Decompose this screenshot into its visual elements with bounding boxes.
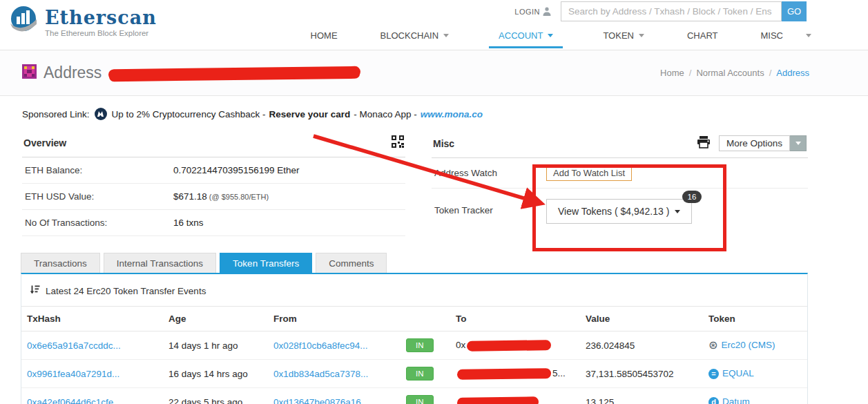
breadcrumb: Home/Normal Accounts/Address [660,68,809,78]
token-transfers-panel: Latest 24 Erc20 Token Transfer Events Tx… [21,273,808,404]
tx-count-value: 16 txns [173,218,204,228]
top-bar: Etherscan The Ethereum Block Explorer LO… [0,0,868,50]
chevron-down-icon [443,34,449,37]
overview-title: Overview [23,137,66,148]
sponsored-text: Up to 2% Cryptocurrency Cashback - [112,109,266,119]
tab-bar: Transactions Internal Transactions Token… [21,253,868,273]
datum-token-icon: d [708,397,719,404]
age-cell: 22 days 5 hrs ago [163,388,268,404]
logo-tagline: The Ethereum Block Explorer [45,29,157,37]
address-watch-row: Address Watch Add To Watch List [432,158,808,189]
from-address-link[interactable]: 0x1db834ad5ca7378... [273,369,368,379]
chevron-down-icon [675,210,680,213]
add-to-watch-list-button[interactable]: Add To Watch List [546,165,632,181]
tab-token-transfers[interactable]: Token Transfers [220,253,312,273]
token-tracker-row: Token Tracker View Tokens ( $4,942.13 ) … [432,189,808,231]
address-watch-label: Address Watch [434,168,546,178]
eth-balance-row: ETH Balance: 0.702214470395156199 Ether [22,157,405,184]
txhash-link[interactable]: 0x6e65a916a7ccddc... [27,340,121,351]
direction-badge: IN [406,338,434,352]
erc20-token-icon: ⊛ [708,340,717,351]
overview-panel: Overview ETH Balance: 0.7022144703951561… [22,131,405,236]
nav-token[interactable]: TOKEN [600,26,647,48]
token-tracker-label: Token Tracker [434,205,546,215]
from-address-link[interactable]: 0xd13647be0876a16 [273,397,361,404]
more-options-caret[interactable] [790,135,807,151]
misc-title: Misc [433,138,454,149]
person-icon[interactable] [543,7,551,17]
sponsored-bold: Reserve your card [269,109,350,119]
token-transfers-table: TxHash Age From To Value Token 0x6e65a91… [21,306,807,404]
value-cell: 13.125 [580,388,703,404]
page-title: Address [22,64,360,82]
redaction-scribble-address [108,66,360,79]
nav-blockchain[interactable]: BLOCKCHAIN [378,26,452,48]
txhash-link[interactable]: 0xa42ef0644d6c1cfe [27,397,113,404]
nav-misc[interactable]: MISC [758,26,815,48]
go-button[interactable]: GO [782,1,807,21]
tab-transactions[interactable]: Transactions [21,253,100,273]
breadcrumb-normal-accounts[interactable]: Normal Accounts [696,68,764,78]
logo-title: Etherscan [45,8,157,27]
age-cell: 14 days 1 hr ago [163,331,268,360]
chevron-down-icon [806,34,811,37]
address-identicon [22,64,37,81]
sort-amount-icon [30,285,40,297]
equal-token-icon: = [708,369,719,379]
token-link[interactable]: Erc20 (CMS) [721,340,775,350]
nav-home[interactable]: HOME [308,26,340,48]
col-age: Age [163,307,268,331]
eth-balance-label: ETH Balance: [25,165,173,175]
table-row: 0x6e65a916a7ccddc... 14 days 1 hr ago 0x… [21,331,807,360]
token-link[interactable]: Datum [722,396,750,404]
col-value: Value [580,307,703,331]
redaction-scribble-to [457,396,539,404]
from-address-link[interactable]: 0x028f10cb6a8fec94... [273,340,368,351]
col-txhash: TxHash [21,307,163,331]
main-nav: HOME BLOCKCHAIN ACCOUNT TOKEN CHART MISC [271,26,868,48]
more-options-button[interactable]: More Options [719,135,807,151]
txhash-link[interactable]: 0x9961fea40a7291d... [27,369,119,379]
nav-account[interactable]: ACCOUNT [489,26,563,48]
eth-usd-row: ETH USD Value: $671.18(@ $955.80/ETH) [22,184,405,210]
view-tokens-dropdown[interactable]: View Tokens ( $4,942.13 ) [546,199,692,224]
breadcrumb-home[interactable]: Home [660,68,684,78]
search-input[interactable] [561,1,782,21]
redaction-scribble-to [467,340,551,352]
qr-code-icon[interactable] [392,135,404,151]
misc-panel: Misc More Options [432,131,808,236]
sponsored-link-bar: Sponsored Link: Up to 2% Cryptocurrency … [22,108,868,120]
age-cell: 16 days 14 hrs ago [163,360,268,388]
direction-badge: IN [406,367,434,381]
eth-usd-label: ETH USD Value: [25,191,173,202]
sponsored-url-link[interactable]: www.mona.co [421,109,483,119]
sponsored-prefix: Sponsored Link: [22,109,90,119]
token-count-badge: 16 [682,191,702,203]
table-row: 0xa42ef0644d6c1cfe 22 days 5 hrs ago 0xd… [21,388,807,404]
login-link[interactable]: LOGIN [514,8,540,16]
value-cell: 37,131.58505453702 [580,360,703,388]
col-token: Token [703,307,807,331]
etherscan-logo-icon [8,5,39,38]
eth-rate-note: (@ $955.80/ETH) [209,193,269,201]
sponsored-after: - Monaco App - [354,109,417,119]
logo[interactable]: Etherscan The Ethereum Block Explorer [0,0,157,50]
tab-internal-transactions[interactable]: Internal Transactions [104,253,216,273]
page-header-band: Address Home/Normal Accounts/Address [0,50,868,96]
tab-comments[interactable]: Comments [316,253,387,273]
col-to: To [450,307,580,331]
etherscan-page: Etherscan The Ethereum Block Explorer LO… [0,0,868,404]
printer-icon[interactable] [697,136,711,151]
value-cell: 236.024845 [580,331,703,360]
chevron-down-icon [639,34,644,37]
eth-balance-value: 0.702214470395156199 Ether [173,165,299,175]
tx-count-label: No Of Transactions: [25,218,173,228]
col-from: From [268,307,401,331]
token-link[interactable]: EQUAL [722,368,754,378]
breadcrumb-address[interactable]: Address [776,68,809,78]
nav-chart[interactable]: CHART [684,26,721,48]
eth-usd-value: $671.18(@ $955.80/ETH) [173,191,269,202]
chevron-down-icon [548,34,553,37]
chevron-down-icon [795,142,801,145]
page-title-text: Address [44,64,102,82]
